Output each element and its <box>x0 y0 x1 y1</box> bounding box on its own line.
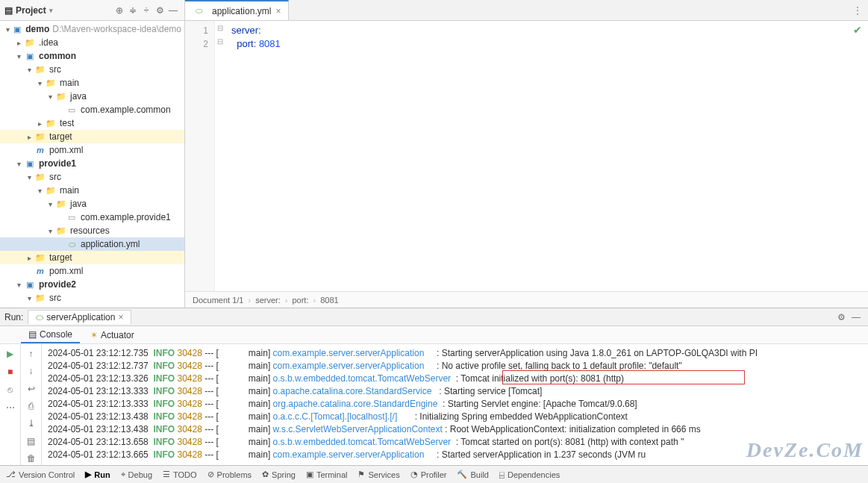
pkg-icon: ▭ <box>66 104 78 116</box>
stop-icon[interactable]: ■ <box>4 365 17 378</box>
tree-row[interactable]: ▾📁java <box>0 197 184 211</box>
chevron-icon[interactable]: ▸ <box>24 133 34 141</box>
crumb[interactable]: server: <box>255 296 281 305</box>
status-label: Version Control <box>19 470 75 479</box>
scroll-icon[interactable]: ⤓ <box>25 417 38 430</box>
chevron-icon[interactable]: ▾ <box>24 66 34 74</box>
status-item-build[interactable]: 🔨Build <box>457 470 488 479</box>
status-item-todo[interactable]: ☰TODO <box>163 470 197 479</box>
run-config-tab[interactable]: ⬭ serverApplication × <box>28 310 131 324</box>
tree-row[interactable]: ▾📁java <box>0 90 184 103</box>
chevron-icon[interactable]: ▾ <box>3 25 12 34</box>
status-item-dependencies[interactable]: ⌸Dependencies <box>499 470 560 479</box>
chevron-icon[interactable]: ▾ <box>34 187 45 195</box>
down-icon[interactable]: ↓ <box>25 364 38 377</box>
project-view-select[interactable]: ▤ Project ▾ <box>4 5 53 16</box>
crumb[interactable]: Document 1/1 <box>193 296 243 305</box>
tree-row[interactable]: ▸📁test <box>0 116 184 130</box>
chevron-icon[interactable]: ▾ <box>34 79 45 87</box>
chevron-icon[interactable]: ▾ <box>13 160 24 168</box>
exit-icon[interactable]: ⎋ <box>4 383 17 396</box>
tree-row[interactable]: ▾📁main <box>0 76 184 90</box>
log-line: 2024-05-01 23:12:13.438 INFO 30428 --- [… <box>48 423 862 436</box>
crumb[interactable]: port: <box>292 296 308 305</box>
chevron-icon[interactable]: ▾ <box>24 173 34 181</box>
chevron-icon[interactable]: ▸ <box>24 254 34 262</box>
inspection-ok-icon[interactable]: ✔ <box>853 24 862 36</box>
gear-icon[interactable]: ⚙ <box>834 312 849 322</box>
chevron-icon[interactable]: ▾ <box>45 93 55 101</box>
tree-row[interactable]: ▾▣common <box>0 49 184 63</box>
project-tree[interactable]: ▾▣demoD:\Maven-workspace-idea\demo▸📁.ide… <box>0 21 184 308</box>
tree-row[interactable]: ▸📁target <box>0 130 184 143</box>
status-item-spring[interactable]: ✿Spring <box>262 470 296 479</box>
chevron-icon[interactable]: ▾ <box>13 281 24 289</box>
tree-row[interactable]: mpom.xml <box>0 264 184 278</box>
chevron-icon[interactable]: ▾ <box>45 200 55 208</box>
status-item-terminal[interactable]: ▣Terminal <box>306 470 348 479</box>
locate-icon[interactable]: ⊕ <box>113 5 126 16</box>
tree-row[interactable]: ▸📁.idea <box>0 36 184 49</box>
tree-row[interactable]: ▾📁resources <box>0 224 184 237</box>
folder-o-icon: 📁 <box>34 252 46 264</box>
fold-icon[interactable]: ⊟ <box>215 24 225 37</box>
subtab-console[interactable]: ▤ Console <box>21 327 80 343</box>
code-area[interactable]: server: port: 8081 ✔ <box>225 21 868 291</box>
chevron-icon[interactable]: ▸ <box>34 119 45 128</box>
tree-row[interactable]: ▸📁target <box>0 251 184 264</box>
status-item-services[interactable]: ⚑Services <box>357 470 399 479</box>
tree-row[interactable]: mpom.xml <box>0 143 184 157</box>
status-item-version-control[interactable]: ⎇Version Control <box>6 470 75 479</box>
subtab-actuator[interactable]: ✶ Actuator <box>83 328 142 343</box>
tree-row[interactable]: ▭com.example.provide1 <box>0 211 184 224</box>
log-line: 2024-05-01 23:12:13.326 INFO 30428 --- [… <box>48 373 862 385</box>
trash-icon[interactable]: 🗑 <box>25 452 38 465</box>
tab-actions[interactable]: ⋮ <box>853 0 868 20</box>
chevron-icon[interactable]: ▸ <box>13 39 24 47</box>
chevron-icon[interactable]: ▾ <box>45 227 55 235</box>
tree-row[interactable]: ▾📁main <box>0 184 184 197</box>
collapse-icon[interactable]: ÷ <box>140 5 153 16</box>
close-icon[interactable]: × <box>118 312 123 322</box>
tree-row[interactable]: ▾▣provide1 <box>0 157 184 170</box>
chevron-icon[interactable]: ▾ <box>13 52 24 60</box>
status-label: Run <box>94 470 110 479</box>
crumb[interactable]: 8081 <box>320 296 338 305</box>
console-output[interactable]: 2024-05-01 23:12:12.735 INFO 30428 --- [… <box>42 344 868 465</box>
filter-icon[interactable]: ▤ <box>25 434 38 447</box>
print-icon[interactable]: ⎙ <box>25 399 38 412</box>
bug-icon: ⌖ <box>121 470 125 479</box>
tree-row[interactable]: ▾📁src <box>0 291 184 305</box>
status-item-run[interactable]: ▶Run <box>85 470 110 479</box>
tree-row[interactable]: ▾▣demoD:\Maven-workspace-idea\demo <box>0 22 184 36</box>
project-icon: ▤ <box>4 5 13 16</box>
tree-row[interactable]: ▾📁src <box>0 170 184 184</box>
hide-icon[interactable]: — <box>849 312 864 322</box>
close-icon[interactable]: × <box>275 6 281 16</box>
tree-row[interactable]: ⬭application.yml <box>0 237 184 251</box>
editor-breadcrumb[interactable]: Document 1/1› server:› port:› 8081 <box>185 291 868 308</box>
up-icon[interactable]: ↑ <box>25 347 38 360</box>
rerun-icon[interactable]: ▶ <box>4 347 17 361</box>
run-tab-label: serverApplication <box>46 312 115 322</box>
status-item-problems[interactable]: ⊘Problems <box>207 470 252 479</box>
editor-body[interactable]: 1 2 ⊟ ⊟ server: port: 8081 ✔ <box>185 21 868 291</box>
editor-tab-application-yml[interactable]: ⬭ application.yml × <box>185 0 289 20</box>
status-label: Problems <box>217 470 252 479</box>
tree-row[interactable]: ▭com.example.common <box>0 103 184 116</box>
status-item-debug[interactable]: ⌖Debug <box>121 470 152 479</box>
more-icon[interactable]: ⋯ <box>4 401 17 414</box>
problems-icon: ⊘ <box>207 470 214 479</box>
tree-row[interactable]: ▾📁src <box>0 63 184 76</box>
wrap-icon[interactable]: ↩ <box>25 382 38 395</box>
tree-row[interactable]: ▾▣provide2 <box>0 278 184 291</box>
hide-icon[interactable]: — <box>166 5 180 16</box>
folder-o-icon: 📁 <box>34 131 46 143</box>
status-item-profiler[interactable]: ◔Profiler <box>410 470 447 479</box>
log-line: 2024-05-01 23:12:12.737 INFO 30428 --- [… <box>48 360 862 373</box>
tree-label: provide1 <box>39 158 76 169</box>
expand-icon[interactable]: ≑ <box>126 5 140 16</box>
settings-icon[interactable]: ⚙ <box>153 5 166 16</box>
chevron-icon[interactable]: ▾ <box>24 294 34 302</box>
line-number: 1 <box>185 24 208 37</box>
